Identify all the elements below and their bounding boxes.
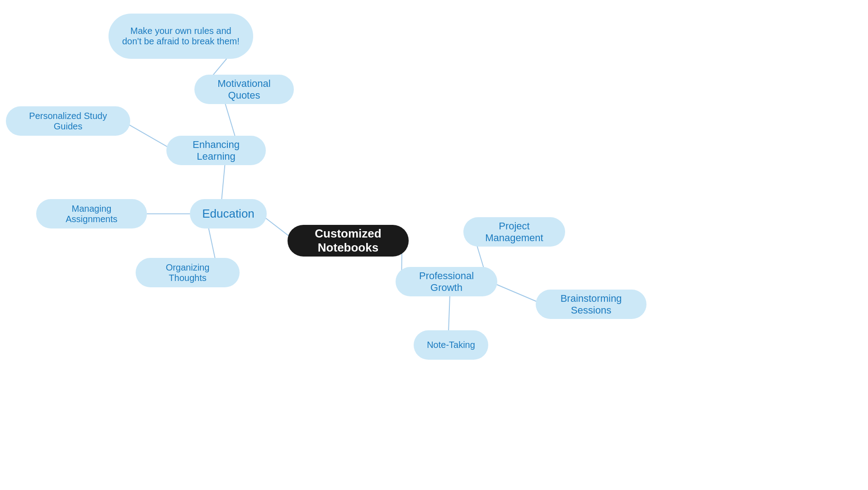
enhancing-learning-node[interactable]: Enhancing Learning	[166, 136, 266, 165]
personalized-study-guides-node[interactable]: Personalized Study Guides	[6, 106, 130, 136]
make-your-own-rules-node[interactable]: Make your own rules and don't be afraid …	[108, 14, 253, 59]
svg-line-10	[448, 294, 450, 333]
note-taking-node[interactable]: Note-Taking	[414, 330, 488, 360]
organizing-thoughts-node[interactable]: Organizing Thoughts	[136, 258, 240, 287]
managing-assignments-label: Managing Assignments	[47, 204, 136, 224]
customized-notebooks-node[interactable]: Customized Notebooks	[288, 225, 409, 257]
make-your-own-rules-label: Make your own rules and don't be afraid …	[120, 26, 242, 47]
personalized-study-guides-label: Personalized Study Guides	[17, 111, 119, 132]
project-management-node[interactable]: Project Management	[463, 217, 565, 247]
project-management-label: Project Management	[477, 220, 552, 244]
education-node[interactable]: Education	[190, 199, 267, 228]
professional-growth-label: Professional Growth	[409, 270, 484, 294]
note-taking-label: Note-Taking	[427, 340, 475, 350]
motivational-quotes-label: Motivational Quotes	[208, 78, 280, 101]
svg-line-5	[224, 100, 236, 139]
education-label: Education	[202, 207, 255, 221]
brainstorming-sessions-label: Brainstorming Sessions	[549, 293, 633, 316]
brainstorming-sessions-node[interactable]: Brainstorming Sessions	[536, 290, 646, 319]
professional-growth-node[interactable]: Professional Growth	[396, 267, 497, 296]
managing-assignments-node[interactable]: Managing Assignments	[36, 199, 147, 228]
svg-line-2	[222, 163, 225, 202]
svg-line-0	[264, 217, 291, 238]
svg-line-4	[208, 224, 216, 262]
organizing-thoughts-label: Organizing Thoughts	[147, 262, 228, 283]
motivational-quotes-node[interactable]: Motivational Quotes	[194, 75, 294, 104]
svg-line-9	[495, 284, 539, 303]
customized-notebooks-label: Customized Notebooks	[306, 227, 391, 255]
enhancing-learning-label: Enhancing Learning	[180, 139, 252, 162]
svg-line-6	[127, 124, 170, 148]
